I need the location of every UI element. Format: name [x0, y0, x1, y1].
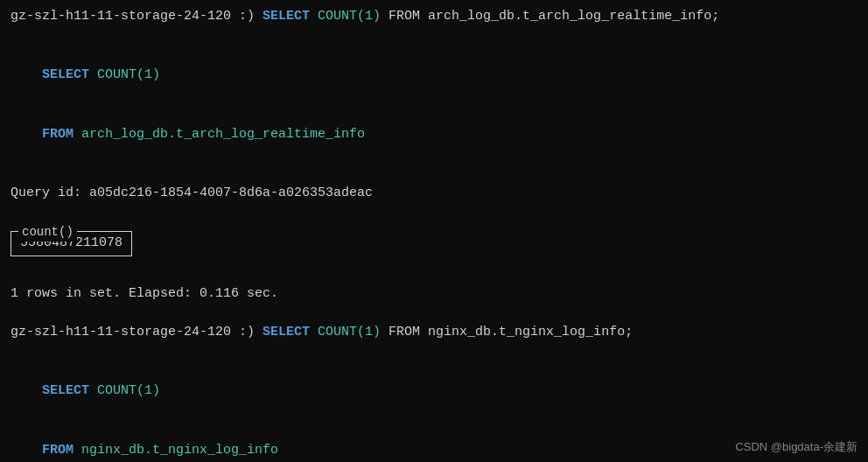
- sel-kw-2: SELECT: [262, 325, 310, 340]
- result-container-1: count() 5580487211078: [10, 228, 858, 260]
- select-kw-display-1: SELECT: [42, 67, 89, 82]
- query-id-1: Query id: a05dc216-1854-4007-8d6a-a02635…: [10, 184, 858, 204]
- sel-kw-1: SELECT: [262, 9, 310, 24]
- count-header-1: count(): [18, 223, 77, 242]
- result-table-1: count() 5580487211078: [10, 231, 132, 256]
- from-line-2: FROM nginx_db.t_nginx_log_info: [10, 421, 858, 462]
- from-line-1: FROM arch_log_db.t_arch_log_realtime_inf…: [10, 105, 858, 164]
- elapsed-1: 1 rows in set. Elapsed: 0.116 sec.: [10, 284, 858, 304]
- prompt-prefix-2: gz-szl-h11-11-storage-24-120 :): [10, 325, 262, 340]
- select-kw-display-2: SELECT: [42, 383, 89, 398]
- select-line-2: SELECT COUNT(1): [10, 362, 858, 422]
- space-3: [89, 383, 97, 398]
- from-kw-inline-2: FROM: [381, 325, 428, 340]
- watermark: CSDN @bigdata-余建新: [735, 438, 858, 456]
- count-kw-1: COUNT(1): [310, 9, 381, 24]
- table-ref-2: nginx_db.t_nginx_log_info: [81, 443, 278, 458]
- count-display-2: COUNT(1): [97, 383, 160, 398]
- query-line-2: gz-szl-h11-11-storage-24-120 :) SELECT C…: [10, 323, 858, 343]
- table-inline-1: arch_log_db.t_arch_log_realtime_info;: [428, 9, 719, 24]
- count-display-1: COUNT(1): [97, 67, 160, 82]
- terminal-content: gz-szl-h11-11-storage-24-120 :) SELECT C…: [10, 7, 858, 462]
- table-inline-2: nginx_db.t_nginx_log_info;: [428, 325, 633, 340]
- query-line-1: gz-szl-h11-11-storage-24-120 :) SELECT C…: [10, 7, 858, 27]
- select-line-1: SELECT COUNT(1): [10, 46, 858, 106]
- space-4: [74, 443, 81, 458]
- space-2: [74, 127, 81, 142]
- from-kw-display-2: FROM: [42, 443, 74, 458]
- table-ref-1: arch_log_db.t_arch_log_realtime_info: [81, 127, 365, 142]
- from-kw-inline-1: FROM: [381, 9, 428, 24]
- from-kw-display-1: FROM: [42, 127, 74, 142]
- prompt-prefix-1: gz-szl-h11-11-storage-24-120 :): [10, 9, 262, 24]
- count-kw-2: COUNT(1): [310, 325, 381, 340]
- space-1: [89, 67, 97, 82]
